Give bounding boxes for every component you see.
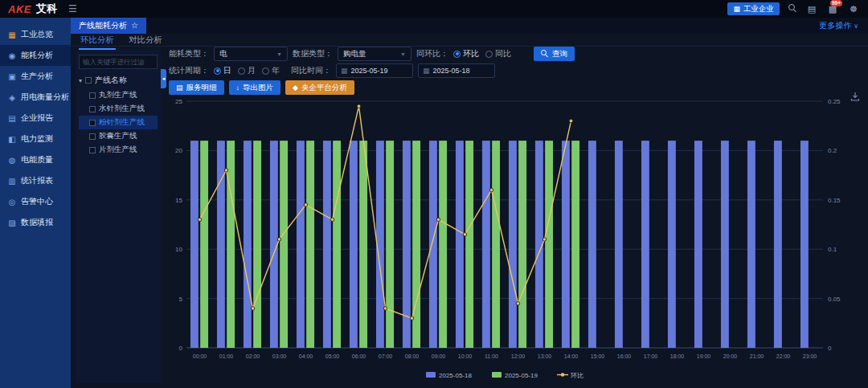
data-type-label: 数据类型： xyxy=(293,48,333,59)
tree-root-checkbox[interactable] xyxy=(85,77,92,84)
compare-time-label: 同比时间： xyxy=(291,65,331,76)
ratio-radio-0[interactable]: 环比 xyxy=(453,48,479,59)
tree-item[interactable]: 片剂生产线 xyxy=(79,143,158,157)
energy-type-select[interactable]: 电 ▼ xyxy=(214,47,288,61)
favorite-star-icon[interactable]: ☆ xyxy=(131,18,138,34)
svg-text:10: 10 xyxy=(175,246,182,253)
sidebar-item-2[interactable]: ▣生产分析 xyxy=(0,66,71,87)
search-icon xyxy=(541,50,549,58)
subtab-1[interactable]: 对比分析 xyxy=(127,34,164,48)
energy-combo-chart[interactable]: 051015202500.050.10.150.20.2500:0001:000… xyxy=(162,95,863,386)
filter-row-3: ▤服务明细↓导出图片◆央企平台分析 xyxy=(169,80,860,95)
app-window: AKE 艾科 ☰ ▦ 工业企业 ▤▩99+☸ ▦工业总览◉能耗分析▣生产分析◈用… xyxy=(0,0,868,388)
svg-text:18:00: 18:00 xyxy=(670,353,685,359)
more-actions[interactable]: 更多操作 ∨ xyxy=(819,20,868,31)
date-input-start[interactable]: ▦ 2025-05-19 xyxy=(336,63,413,78)
tree-item-label: 片剂生产线 xyxy=(99,145,137,155)
ratio-radio-label: 环比 xyxy=(463,48,479,59)
query-button-label: 查询 xyxy=(552,49,567,59)
svg-text:20: 20 xyxy=(175,147,182,154)
checkbox[interactable] xyxy=(89,120,96,126)
subtab-0[interactable]: 环比分析 xyxy=(79,34,116,50)
search-icon[interactable] xyxy=(786,4,799,14)
sidebar-item-9[interactable]: ▨数据填报 xyxy=(0,212,71,233)
chart-area[interactable]: 051015202500.050.10.150.20.2500:0001:000… xyxy=(162,95,863,386)
tab-active[interactable]: 产线能耗分析 ☆ xyxy=(71,18,146,34)
query-button[interactable]: 查询 xyxy=(534,47,575,61)
gear-icon[interactable]: ☸ xyxy=(847,4,860,14)
subtabs: 环比分析对比分析 xyxy=(71,34,868,47)
sidebar-item-5[interactable]: ◧电力监测 xyxy=(0,129,71,149)
action-button-2[interactable]: ◆央企平台分析 xyxy=(285,80,354,95)
tree-item-label: 丸剂生产线 xyxy=(99,90,137,100)
svg-text:21:00: 21:00 xyxy=(750,353,764,359)
checkbox[interactable] xyxy=(89,147,96,153)
date-input-end[interactable]: ▦ 2025-05-18 xyxy=(418,63,495,78)
period-radio-1[interactable]: 月 xyxy=(238,65,256,76)
hamburger-icon[interactable]: ☰ xyxy=(68,3,77,14)
ratio-radio-group: 环比同比 xyxy=(453,48,518,59)
svg-text:0.15: 0.15 xyxy=(828,197,841,204)
energy-analysis-icon: ◉ xyxy=(7,51,17,60)
tree-root-label: 产线名称 xyxy=(95,75,127,86)
sidebar-item-label: 电力监测 xyxy=(21,133,53,145)
tree-item[interactable]: 丸剂生产线 xyxy=(79,88,158,102)
svg-text:0.05: 0.05 xyxy=(828,296,841,303)
action-button-1[interactable]: ↓导出图片 xyxy=(229,80,281,95)
filter-row-2: 统计周期： 日月年 同比时间： ▦ 2025-05-19 ▦ 2025-05-1… xyxy=(169,63,860,78)
tree-item[interactable]: 水针剂生产线 xyxy=(79,102,158,116)
period-radio-2[interactable]: 年 xyxy=(262,65,280,76)
message-icon[interactable]: ▩99+ xyxy=(826,4,839,14)
data-type-select[interactable]: 购电量 ▼ xyxy=(338,47,411,61)
svg-text:16:00: 16:00 xyxy=(617,353,632,359)
tree-item[interactable]: 粉针剂生产线 xyxy=(79,116,158,129)
power-measure-icon: ◈ xyxy=(7,93,17,102)
svg-text:09:00: 09:00 xyxy=(432,353,446,359)
period-radio-group: 日月年 xyxy=(214,65,286,76)
select-arrow-icon: ▼ xyxy=(400,51,406,57)
tree-search-input[interactable] xyxy=(79,55,158,69)
sidebar-item-7[interactable]: ▥统计报表 xyxy=(0,170,71,191)
ratio-radio-1[interactable]: 同比 xyxy=(485,48,511,59)
checkbox[interactable] xyxy=(89,133,96,140)
sidebar-item-label: 告警中心 xyxy=(21,196,53,207)
radio-icon xyxy=(453,51,461,58)
sidebar-item-0[interactable]: ▦工业总览 xyxy=(0,24,71,45)
panel-collapse-handle[interactable]: ◂ xyxy=(161,69,166,88)
svg-text:环比: 环比 xyxy=(570,372,583,379)
svg-text:25: 25 xyxy=(175,98,182,105)
period-label: 统计周期： xyxy=(169,65,209,76)
sidebar-item-1[interactable]: ◉能耗分析 xyxy=(0,45,71,66)
action-button-label: 央企平台分析 xyxy=(301,83,347,93)
calendar-icon: ▦ xyxy=(341,67,348,75)
sidebar-item-label: 工业总览 xyxy=(21,29,53,40)
content: 产线能耗分析 ☆ 更多操作 ∨ 环比分析对比分析 ▾ 产线名称 丸剂生产线水针剂… xyxy=(71,18,868,388)
tree-root[interactable]: ▾ 产线名称 xyxy=(79,72,158,88)
sidebar-item-6[interactable]: ◍电能质量 xyxy=(0,149,71,170)
action-button-label: 导出图片 xyxy=(243,83,273,93)
svg-text:19:00: 19:00 xyxy=(697,353,711,359)
sidebar-item-label: 数据填报 xyxy=(21,217,53,228)
svg-text:20:00: 20:00 xyxy=(723,353,738,359)
action-button-0[interactable]: ▤服务明细 xyxy=(169,80,224,95)
sidebar-item-3[interactable]: ◈用电衡量分析 xyxy=(0,87,71,108)
clipboard-icon[interactable]: ▤ xyxy=(805,4,818,14)
sidebar-item-4[interactable]: ▤企业报告 xyxy=(0,108,71,129)
production-icon: ▣ xyxy=(7,72,17,81)
period-radio-0[interactable]: 日 xyxy=(214,65,231,76)
svg-text:14:00: 14:00 xyxy=(564,353,579,359)
sidebar-item-8[interactable]: ◎告警中心 xyxy=(0,191,71,212)
tree-item[interactable]: 胶囊生产线 xyxy=(79,129,158,143)
svg-text:10:00: 10:00 xyxy=(458,353,473,359)
svg-text:2025-05-18: 2025-05-18 xyxy=(439,372,472,379)
select-arrow-icon: ▼ xyxy=(276,51,282,57)
chart-toolbox-download-icon[interactable] xyxy=(850,92,860,101)
checkbox[interactable] xyxy=(89,106,96,112)
tree-list: 丸剂生产线水针剂生产线粉针剂生产线胶囊生产线片剂生产线 xyxy=(79,88,158,157)
svg-text:17:00: 17:00 xyxy=(644,353,658,359)
enterprise-button[interactable]: ▦ 工业企业 xyxy=(727,2,780,15)
action-button-label: 服务明细 xyxy=(186,83,217,93)
tab-active-label: 产线能耗分析 xyxy=(79,18,127,34)
sidebar-item-label: 统计报表 xyxy=(21,175,53,186)
checkbox[interactable] xyxy=(89,92,96,99)
